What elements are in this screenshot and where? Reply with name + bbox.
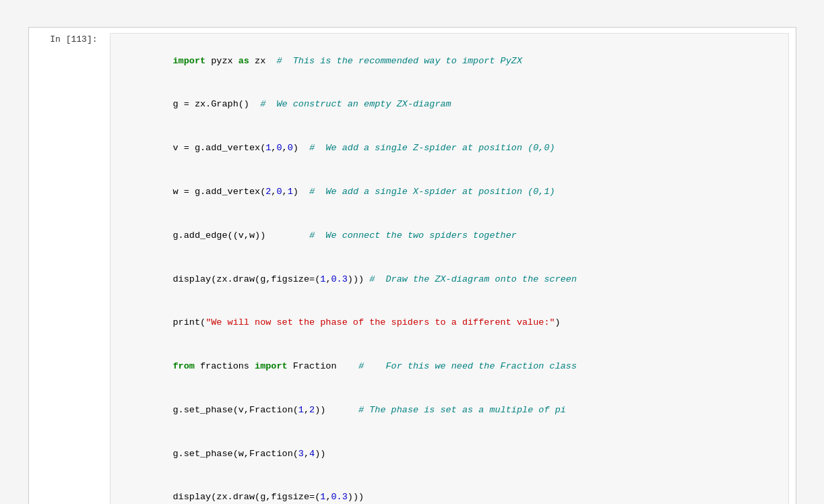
code-line-3: v = g.add_vertex(1,0,0) # We add a singl…: [119, 127, 780, 170]
plain: )): [315, 405, 358, 415]
num: 1: [288, 187, 293, 197]
num: 1: [298, 405, 304, 415]
plain: ,: [282, 187, 288, 197]
code-line-8: from fractions import Fraction # For thi…: [119, 344, 780, 388]
notebook-cell: In [113]: import pyzx as zx # This is th…: [28, 27, 796, 504]
comment-6: # Draw the ZX-diagram onto the screen: [369, 274, 577, 284]
plain: display(zx.draw(g,figsize=(: [173, 274, 321, 284]
plain: ): [293, 143, 309, 153]
plain: Fraction: [288, 361, 358, 371]
comment-3: # We add a single Z-spider at position (…: [309, 143, 555, 153]
plain: pyzx: [205, 56, 239, 66]
comment-1: # This is the recommended way to import …: [276, 56, 522, 66]
code-line-4: w = g.add_vertex(2,0,1) # We add a singl…: [119, 170, 780, 214]
num: 2: [309, 405, 315, 415]
plain: ): [293, 187, 309, 197]
num: 0: [276, 187, 282, 197]
comment-5: # We connect the two spiders together: [309, 230, 517, 241]
num: 0.3: [331, 274, 347, 284]
plain: display(zx.draw(g,figsize=(: [173, 492, 321, 502]
code-line-5: g.add_edge((v,w)) # We connect the two s…: [119, 214, 780, 257]
plain: ,: [282, 143, 288, 153]
kw-as: as: [239, 56, 249, 66]
kw-import: import: [173, 56, 206, 66]
cell-label: In [113]:: [29, 28, 103, 44]
num: 0.3: [331, 492, 347, 502]
code-line-1: import pyzx as zx # This is the recommen…: [119, 39, 780, 83]
code-line-11: display(zx.draw(g,figsize=(1,0.3))): [119, 476, 780, 504]
plain: ))): [348, 274, 369, 284]
plain: g.add_edge((v,w)): [173, 230, 310, 241]
code-line-6: display(zx.draw(g,figsize=(1,0.3))) # Dr…: [119, 257, 780, 301]
code-line-9: g.set_phase(v,Fraction(1,2)) # The phase…: [119, 388, 780, 432]
num: 0: [288, 143, 293, 153]
comment-8: # The phase is set as a multiple of pi: [358, 405, 566, 415]
code-block: import pyzx as zx # This is the recommen…: [110, 33, 789, 504]
kw-import2: import: [255, 361, 288, 371]
plain: fractions: [195, 361, 255, 371]
num: 3: [298, 449, 304, 459]
string-1: "We will now set the phase of the spider…: [205, 317, 554, 327]
code-line-10: g.set_phase(w,Fraction(3,4)): [119, 432, 780, 476]
plain: ): [555, 317, 561, 327]
plain: g = zx.Graph(): [173, 99, 261, 109]
plain: zx: [249, 56, 277, 66]
comment-7: # For this we need the Fraction class: [358, 361, 577, 371]
plain: print(: [173, 317, 206, 327]
comment-2: # We construct an empty ZX-diagram: [260, 99, 451, 109]
num: 4: [309, 449, 315, 459]
num: 0: [276, 143, 282, 153]
plain: v = g.add_vertex(: [173, 143, 266, 153]
comment-4: # We add a single X-spider at position (…: [309, 187, 555, 197]
plain: g.set_phase(w,Fraction(: [173, 449, 298, 459]
kw-from: from: [173, 361, 195, 371]
code-line-7: print("We will now set the phase of the …: [119, 301, 780, 345]
plain: w = g.add_vertex(: [173, 187, 266, 197]
plain: )): [315, 449, 325, 459]
cell-content: import pyzx as zx # This is the recommen…: [103, 28, 796, 504]
code-line-2: g = zx.Graph() # We construct an empty Z…: [119, 83, 780, 127]
plain: g.set_phase(v,Fraction(: [173, 405, 298, 415]
plain: ,: [304, 405, 309, 415]
plain: ))): [348, 492, 364, 502]
plain: ,: [304, 449, 309, 459]
